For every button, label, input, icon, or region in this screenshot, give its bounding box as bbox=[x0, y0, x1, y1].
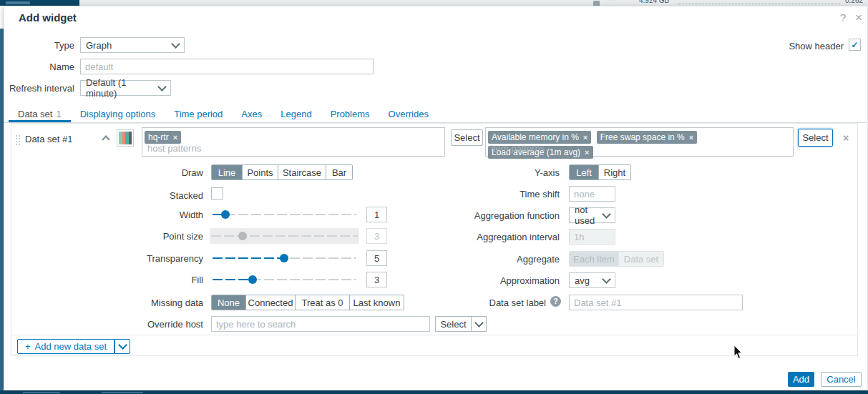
show-header-checkbox[interactable]: ✓ bbox=[849, 39, 861, 51]
y-axis-segmented: Left Right bbox=[569, 164, 631, 180]
dialog-tabs: Data set1 Displaying options Time period… bbox=[4, 106, 867, 123]
y-axis-left[interactable]: Left bbox=[570, 165, 598, 179]
item-tag: Free swap space in % × bbox=[597, 131, 698, 144]
color-palette-swatch[interactable] bbox=[117, 129, 134, 147]
slider-handle[interactable] bbox=[221, 210, 230, 219]
aggregate-data-set: Data set bbox=[618, 252, 663, 266]
transparency-slider[interactable] bbox=[211, 250, 358, 266]
stacked-label: Stacked bbox=[11, 190, 203, 201]
chevron-down-icon bbox=[602, 275, 611, 284]
screen: ⋯ 4.924 GB 0.262 Add widget ? × Type Gra… bbox=[0, 0, 868, 394]
background-size-text: 4.924 GB bbox=[639, 0, 669, 4]
add-button[interactable]: Add bbox=[788, 372, 814, 387]
draw-option-points[interactable]: Points bbox=[242, 165, 278, 179]
add-new-data-set-split: + Add new data set bbox=[17, 339, 130, 355]
item-select-button[interactable]: Select bbox=[798, 129, 833, 147]
tab-problems[interactable]: Problems bbox=[321, 106, 379, 122]
aggregation-function-select[interactable]: not used bbox=[569, 207, 615, 223]
data-set-panel: Data set #1 hq-rtr × host patterns Selec… bbox=[11, 123, 858, 356]
missing-data-treat-as-0[interactable]: Treat as 0 bbox=[295, 295, 349, 310]
refresh-interval-select[interactable]: Default (1 minute) bbox=[80, 80, 171, 96]
help-circle-icon[interactable]: ? bbox=[550, 296, 561, 307]
override-host-select-split: Select bbox=[435, 316, 487, 332]
stacked-checkbox[interactable] bbox=[211, 187, 223, 200]
name-label: Name bbox=[4, 61, 74, 72]
draw-option-line[interactable]: Line bbox=[212, 165, 242, 179]
swatch-stripe bbox=[129, 132, 132, 144]
tag-remove-icon[interactable]: × bbox=[585, 148, 589, 157]
time-shift-input[interactable] bbox=[569, 186, 615, 202]
background-percent-text: 0.262 bbox=[845, 0, 863, 4]
draw-segmented: Line Points Staircase Bar bbox=[211, 164, 353, 180]
override-host-select-button[interactable]: Select bbox=[435, 316, 472, 332]
add-new-data-set-button[interactable]: + Add new data set bbox=[17, 339, 114, 354]
refresh-interval-label: Refresh interval bbox=[4, 83, 74, 94]
width-label: Width bbox=[11, 210, 203, 220]
refresh-interval-value: Default (1 minute) bbox=[86, 77, 159, 99]
approximation-select[interactable]: avg bbox=[569, 272, 615, 288]
collapse-chevron-icon[interactable] bbox=[102, 135, 109, 143]
panel-divider bbox=[11, 335, 857, 335]
chevron-down-icon bbox=[602, 210, 611, 219]
background-menu-dots: ⋯ bbox=[607, 0, 615, 4]
draw-label: Draw bbox=[11, 167, 203, 178]
item-patterns-multiselect[interactable]: Available memory in % × Free swap space … bbox=[485, 127, 794, 157]
aggregation-interval-input bbox=[569, 229, 615, 245]
background-page-top: ⋯ 4.924 GB 0.262 bbox=[0, 0, 868, 6]
override-host-select-chevron[interactable] bbox=[472, 316, 487, 332]
add-new-data-set-chevron[interactable] bbox=[114, 339, 130, 354]
override-host-input[interactable] bbox=[211, 316, 430, 332]
aggregate-segmented: Each item Data set bbox=[569, 251, 664, 267]
slider-handle[interactable] bbox=[248, 275, 257, 284]
fill-slider[interactable] bbox=[211, 272, 358, 287]
host-select-button[interactable]: Select bbox=[451, 129, 483, 146]
drag-handle-icon[interactable] bbox=[16, 135, 17, 137]
slider-handle[interactable] bbox=[280, 254, 288, 262]
plus-icon: + bbox=[25, 341, 31, 352]
tab-axes[interactable]: Axes bbox=[232, 106, 271, 122]
host-tag: hq-rtr × bbox=[145, 131, 181, 144]
help-icon[interactable]: ? bbox=[840, 12, 846, 23]
chevron-down-icon bbox=[474, 318, 484, 327]
type-label: Type bbox=[4, 40, 74, 51]
item-patterns-placeholder: item patterns bbox=[491, 143, 545, 154]
missing-data-connected[interactable]: Connected bbox=[245, 295, 295, 310]
aggregation-function-label: Aggregation function bbox=[369, 210, 560, 221]
close-icon[interactable]: × bbox=[855, 11, 862, 24]
background-icon-fragment bbox=[593, 1, 600, 6]
name-input[interactable] bbox=[80, 59, 374, 74]
type-select-value: Graph bbox=[86, 40, 112, 51]
tab-overrides[interactable]: Overrides bbox=[379, 106, 438, 122]
host-patterns-multiselect[interactable]: hq-rtr × host patterns bbox=[142, 127, 445, 157]
tag-remove-icon[interactable]: × bbox=[583, 133, 587, 142]
transparency-label: Transparency bbox=[11, 253, 203, 264]
cancel-button[interactable]: Cancel bbox=[821, 372, 862, 387]
tag-remove-icon[interactable]: × bbox=[173, 133, 177, 142]
host-patterns-placeholder: host patterns bbox=[147, 143, 201, 154]
approximation-label: Approximation bbox=[369, 275, 560, 286]
missing-data-none[interactable]: None bbox=[212, 295, 245, 310]
time-shift-label: Time shift bbox=[369, 189, 560, 200]
draw-option-staircase[interactable]: Staircase bbox=[278, 165, 326, 179]
background-bottom-fragment bbox=[102, 392, 143, 393]
type-select[interactable]: Graph bbox=[80, 37, 185, 53]
data-set-label-input[interactable] bbox=[569, 295, 743, 310]
check-icon: ✓ bbox=[851, 40, 858, 50]
show-header-label: Show header bbox=[748, 41, 844, 51]
add-widget-dialog: Add widget ? × Type Graph Name Refresh i… bbox=[4, 6, 868, 390]
draw-option-bar[interactable]: Bar bbox=[326, 165, 352, 179]
width-slider[interactable] bbox=[211, 207, 358, 222]
aggregation-function-value: not used bbox=[575, 205, 603, 226]
chevron-down-icon bbox=[118, 340, 127, 350]
y-axis-right[interactable]: Right bbox=[598, 165, 630, 179]
tab-data-set[interactable]: Data set1 bbox=[9, 106, 71, 122]
aggregation-interval-label: Aggregation interval bbox=[369, 232, 560, 242]
tab-legend[interactable]: Legend bbox=[271, 106, 321, 122]
background-page-bottom bbox=[0, 390, 868, 394]
tab-displaying-options[interactable]: Displaying options bbox=[71, 106, 165, 122]
data-set-remove-icon[interactable]: × bbox=[843, 132, 849, 144]
item-tag: Available memory in % × bbox=[488, 131, 591, 144]
tag-remove-icon[interactable]: × bbox=[689, 133, 693, 142]
tab-time-period[interactable]: Time period bbox=[165, 106, 232, 122]
aggregate-label: Aggregate bbox=[369, 254, 560, 265]
